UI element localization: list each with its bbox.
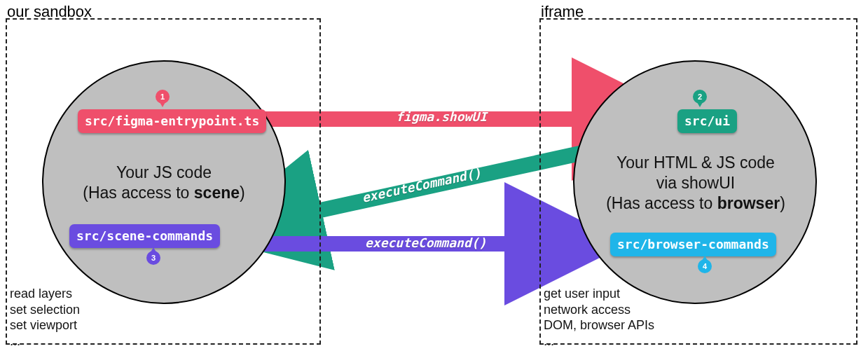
arrow-label-exec-to-browser: executeCommand() bbox=[365, 235, 486, 250]
pin-4: 4 bbox=[698, 259, 712, 277]
tag-figma-entrypoint: src/figma-entrypoint.ts bbox=[78, 109, 266, 133]
cap-user-input: get user input bbox=[544, 286, 654, 302]
iframe-desc-line3-pre: (Has access to bbox=[606, 194, 717, 212]
tag-src-ui: src/ui bbox=[677, 109, 737, 133]
pin-2-number: 2 bbox=[698, 92, 702, 101]
cap-dom-apis: DOM, browser APIs bbox=[544, 317, 654, 333]
cap-read-layers: read layers bbox=[10, 286, 80, 302]
sandbox-desc-bold: scene bbox=[194, 184, 240, 202]
iframe-desc-line2: via showUI bbox=[656, 174, 735, 192]
pin-1-number: 1 bbox=[160, 92, 165, 101]
iframe-desc-line1: Your HTML & JS code bbox=[616, 153, 775, 172]
sandbox-desc-line2-post: ) bbox=[240, 184, 245, 202]
cap-left-more: ... bbox=[10, 333, 80, 350]
arrow-label-exec-to-scene: executeCommand() bbox=[361, 165, 483, 205]
cap-set-viewport: set viewport bbox=[10, 317, 80, 333]
sandbox-description: Your JS code (Has access to scene) bbox=[76, 163, 252, 203]
arrow-label-showui: figma.showUI bbox=[396, 109, 487, 124]
pin-3: 3 bbox=[146, 251, 160, 269]
iframe-title: iframe bbox=[541, 3, 584, 21]
pin-1: 1 bbox=[156, 90, 170, 108]
iframe-desc-line3-post: ) bbox=[780, 194, 785, 212]
tag-browser-commands: src/browser-commands bbox=[610, 233, 776, 256]
cap-set-selection: set selection bbox=[10, 302, 80, 318]
iframe-desc-bold: browser bbox=[717, 194, 780, 212]
cap-network-access: network access bbox=[544, 302, 654, 318]
cap-right-more: ... bbox=[544, 333, 654, 350]
sandbox-desc-line2-pre: (Has access to bbox=[83, 184, 194, 202]
iframe-description: Your HTML & JS code via showUI (Has acce… bbox=[580, 153, 811, 213]
iframe-capabilities: get user input network access DOM, brows… bbox=[544, 286, 654, 349]
sandbox-capabilities: read layers set selection set viewport .… bbox=[10, 286, 80, 349]
tag-scene-commands: src/scene-commands bbox=[69, 224, 220, 248]
sandbox-desc-line1: Your JS code bbox=[116, 163, 212, 181]
pin-2: 2 bbox=[693, 90, 707, 108]
pin-3-number: 3 bbox=[151, 254, 156, 262]
sandbox-title: our sandbox bbox=[7, 3, 92, 21]
pin-4-number: 4 bbox=[703, 262, 707, 270]
